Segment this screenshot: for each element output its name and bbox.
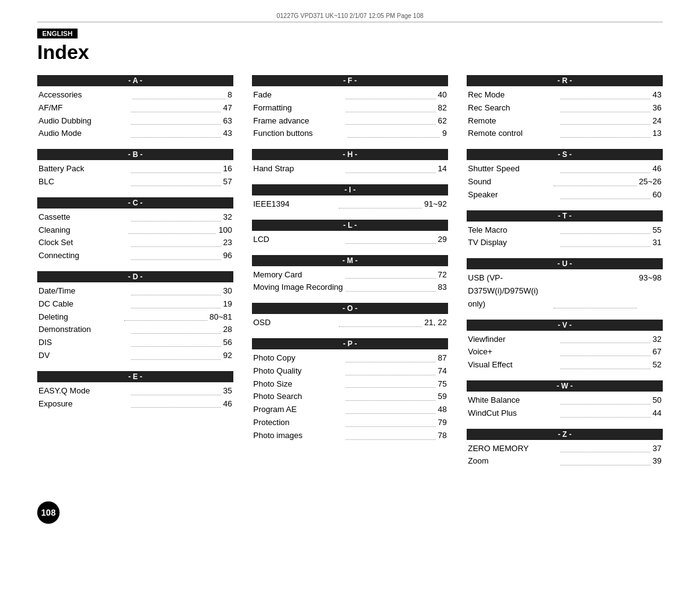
section-header: - A - [37, 75, 233, 86]
section-header: - U - [467, 258, 663, 269]
entry-name: Hand Strap [253, 163, 343, 176]
entry-dots [560, 163, 650, 173]
entry-page: 31 [653, 236, 662, 249]
entry-name: Deleting [38, 311, 122, 324]
entry-dots [560, 455, 650, 465]
entry-name: BLC [38, 176, 128, 189]
entry-dots [131, 285, 221, 295]
entry-dots [131, 102, 221, 112]
index-entry: Exposure46 [37, 398, 233, 411]
entry-page: 67 [653, 346, 662, 359]
entry-name: Accessories [38, 89, 130, 102]
entry-page: 52 [653, 359, 662, 372]
entry-page: 23 [223, 236, 232, 249]
entry-dots [560, 224, 650, 235]
entry-name: LCD [253, 233, 343, 246]
index-entry: BLC57 [37, 176, 233, 189]
entry-dots [560, 189, 650, 199]
entry-dots [339, 316, 422, 327]
entry-page: 93~98 [639, 272, 662, 310]
entry-name: AF/MF [38, 102, 128, 115]
entry-dots [346, 115, 436, 125]
entry-dots [131, 398, 221, 408]
index-entry: Shutter Speed46 [467, 163, 663, 176]
entry-page: 46 [653, 163, 662, 176]
entry-dots [346, 269, 436, 279]
entry-name: Photo Size [253, 378, 343, 391]
section-header: - C - [37, 197, 233, 209]
index-entry: Fade40 [252, 89, 448, 102]
entry-name: DV [38, 349, 128, 362]
entry-page: 28 [223, 323, 232, 336]
entry-page: 13 [653, 127, 662, 140]
section-1-4: - M -Memory Card72Moving Image Recording… [252, 255, 448, 295]
entry-name: ZERO MEMORY [468, 442, 558, 455]
index-column-0: - A -Accessories8AF/MF47Audio Dubbing63A… [37, 75, 233, 477]
index-entry: Date/Time30 [37, 285, 233, 298]
index-entry: DV92 [37, 349, 233, 362]
entry-name: Photo Copy [253, 352, 343, 365]
index-entry: Formatting82 [252, 102, 448, 115]
section-header: - O - [252, 303, 448, 314]
entry-page: 14 [438, 163, 447, 176]
index-entry: Accessories8 [37, 89, 233, 102]
entry-dots [131, 249, 221, 260]
index-entry: Cassette32 [37, 211, 233, 224]
entry-page: 100 [218, 224, 232, 237]
entry-dots [560, 442, 650, 453]
entry-page: 32 [653, 333, 662, 346]
entry-dots [560, 359, 650, 369]
index-entry: Tele Macro55 [467, 224, 663, 237]
index-entry: OSD21, 22 [252, 316, 448, 330]
entry-page: 50 [653, 394, 662, 407]
entry-name: EASY.Q Mode [38, 385, 128, 398]
section-0-4: - E -EASY.Q Mode35Exposure46 [37, 371, 233, 411]
entry-page: 83 [438, 281, 447, 294]
entry-name: Program AE [253, 403, 343, 416]
entry-name: Formatting [253, 102, 343, 115]
entry-dots [131, 349, 221, 360]
entry-name: DC Cable [38, 298, 128, 311]
entry-name: Photo images [253, 429, 343, 442]
entry-page: 62 [438, 115, 447, 128]
entry-page: 96 [223, 249, 232, 262]
entry-name: Remote control [468, 127, 558, 140]
entry-dots [131, 336, 221, 347]
section-2-5: - W -White Balance50WindCut Plus44 [467, 380, 663, 420]
entry-name: Function buttons [253, 127, 345, 140]
index-entry: Voice+67 [467, 346, 663, 359]
section-2-0: - R -Rec Mode43Rec Search36Remote24Remot… [467, 75, 663, 140]
section-header: - E - [37, 371, 233, 382]
entry-name: DIS [38, 336, 128, 349]
entry-dots [348, 127, 439, 138]
index-entry: Photo Size75 [252, 378, 448, 391]
index-entry: USB (VP-D375W(i)/D975W(i) only)93~98 [467, 272, 663, 310]
section-2-4: - V -Viewfinder32Voice+67Visual Effect52 [467, 320, 663, 372]
section-1-2: - I -IEEE139491~92 [252, 184, 448, 211]
index-entry: Remote control13 [467, 127, 663, 140]
entry-dots [554, 272, 637, 308]
entry-dots [346, 416, 436, 427]
entry-page: 30 [223, 285, 232, 298]
index-entry: Zoom39 [467, 455, 663, 468]
entry-name: Viewfinder [468, 333, 558, 346]
entry-name: Fade [253, 89, 343, 102]
entry-page: 80~81 [210, 311, 233, 324]
entry-dots [131, 385, 221, 395]
index-entry: Deleting80~81 [37, 311, 233, 324]
entry-dots [346, 281, 436, 292]
entry-dots [124, 311, 207, 321]
entry-page: 9 [442, 127, 447, 140]
index-grid: - A -Accessories8AF/MF47Audio Dubbing63A… [37, 75, 663, 477]
index-entry: Program AE48 [252, 403, 448, 416]
index-entry: Speaker60 [467, 189, 663, 202]
entry-name: Rec Mode [468, 89, 558, 102]
index-entry: Sound25~26 [467, 176, 663, 189]
entry-name: Battery Pack [38, 163, 128, 176]
entry-dots [560, 102, 650, 112]
entry-dots [346, 390, 436, 401]
index-entry: DC Cable19 [37, 298, 233, 311]
entry-page: 40 [438, 89, 447, 102]
entry-name: Remote [468, 115, 558, 128]
entry-page: 29 [438, 233, 447, 246]
